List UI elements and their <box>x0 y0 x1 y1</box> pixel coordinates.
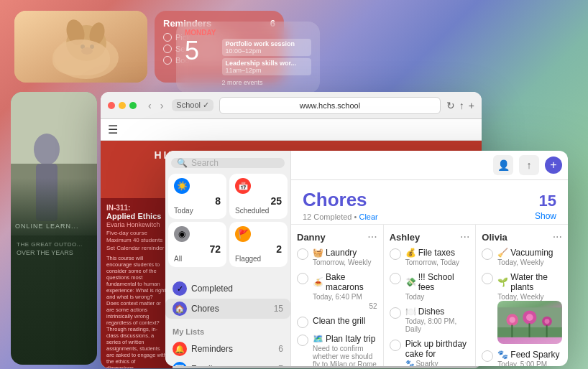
flagged-label: Flagged <box>235 255 282 263</box>
task-macarons: 🍝 Bake macarons Today, 6:40 PM 52 <box>297 272 377 310</box>
task-grill-checkbox[interactable] <box>297 317 308 328</box>
add-tab-button[interactable]: + <box>469 100 474 111</box>
task-vacuuming-checkbox[interactable] <box>482 248 493 260</box>
task-macarons-checkbox[interactable] <box>297 273 308 284</box>
smart-list-today[interactable]: ☀️ 8 Today <box>168 174 226 219</box>
share-browser-button[interactable]: ↑ <box>459 100 464 111</box>
reminders-toolbar: 👤 ↑ + <box>291 151 568 180</box>
course-details: Five-day course Maximum 40 students Set … <box>106 230 167 252</box>
task-laundry: 🧺 Laundry Tomorrow, Weekly <box>297 248 377 266</box>
task-birthday-cake: Pick up birthday cake for 🐾 Sparky <box>390 339 470 366</box>
all-label: All <box>174 255 221 263</box>
italy-emoji: 🗺️ <box>313 334 323 344</box>
reminders-app-window: 🔍 Search ☀️ 8 Today 📅 25 Scheduled ◉ 72 … <box>165 151 568 366</box>
vacuuming-emoji: 🧹 <box>497 248 508 258</box>
task-fees-checkbox[interactable] <box>390 273 401 284</box>
task-dishes-detail: Today, 8:00 PM, Daily <box>405 317 470 333</box>
add-task-button[interactable]: + <box>545 157 562 174</box>
forward-button[interactable]: › <box>157 98 167 113</box>
chores-count: 15 <box>274 304 283 314</box>
cal-event-2-title: Leadership skills wor... <box>226 60 308 67</box>
chores-title: Chores <box>303 189 367 211</box>
olivia-column-menu[interactable]: ··· <box>553 230 562 243</box>
tab-label: School ✓ <box>176 101 209 110</box>
task-taxes-checkbox[interactable] <box>390 248 401 260</box>
fees-emoji: 💸 <box>405 277 416 287</box>
task-sparky-content: 🐾 Feed Sparky Today, 5:00 PM, Daily <box>497 350 562 366</box>
calendar-widget: MONDAY 5 Portfolio work session 10:00–12… <box>176 22 320 93</box>
task-sparky-name: 🐾 Feed Sparky <box>497 350 562 360</box>
share-user-button[interactable]: 👤 <box>493 155 513 175</box>
task-plants-checkbox[interactable] <box>482 273 493 284</box>
task-laundry-checkbox[interactable] <box>297 248 308 260</box>
search-bar[interactable]: 🔍 Search <box>171 158 285 168</box>
cal-event-1-title: Portfolio work session <box>226 40 308 47</box>
smart-lists: ☀️ 8 Today 📅 25 Scheduled ◉ 72 All 🚩 2 F… <box>165 174 290 267</box>
dog-image <box>14 11 147 83</box>
flagged-icon: 🚩 <box>235 226 251 242</box>
smart-list-all[interactable]: ◉ 72 All <box>168 222 226 267</box>
minimize-button[interactable] <box>119 102 126 109</box>
laundry-emoji: 🧺 <box>313 248 323 258</box>
calendar-events: Portfolio work session 10:00–12pm Leader… <box>222 39 311 86</box>
dog-photo-widget <box>14 11 147 83</box>
chores-columns: Danny ··· 🧺 Laundry Tomorrow, Weekly <box>291 225 568 366</box>
svg-rect-0 <box>14 11 147 83</box>
svg-point-10 <box>34 134 60 165</box>
danny-column-menu[interactable]: ··· <box>367 230 377 243</box>
task-feed-sparky: 🐾 Feed Sparky Today, 5:00 PM, Daily <box>482 350 562 366</box>
chores-title-row: Chores 15 <box>303 189 556 211</box>
completed-label: Completed <box>191 284 283 294</box>
task-grill: Clean the grill <box>297 316 377 328</box>
task-grill-content: Clean the grill <box>313 316 377 326</box>
completed-list-item[interactable]: ✓ Completed <box>165 279 290 299</box>
task-sparky-detail: Today, 5:00 PM, Daily <box>497 360 562 366</box>
export-button[interactable]: ↑ <box>519 155 539 175</box>
chores-subtitle: 12 Completed • Clear <box>303 212 378 221</box>
hamburger-menu-icon[interactable]: ☰ <box>108 123 118 136</box>
list-item-family[interactable]: 👨‍👩‍👧 Family 7 <box>165 359 290 366</box>
reload-button[interactable]: ↻ <box>446 100 455 111</box>
course-instructor: Evaria Honkewitch <box>106 221 167 228</box>
tab-school[interactable]: School ✓ <box>172 99 213 111</box>
flowers-image <box>497 301 562 344</box>
fullscreen-button[interactable] <box>129 102 137 109</box>
scheduled-icon: 📅 <box>235 178 251 194</box>
url-bar[interactable]: www.hchs.school <box>219 97 441 114</box>
task-taxes-name: 💰 File taxes <box>405 248 470 258</box>
svg-rect-11 <box>36 164 58 221</box>
smart-list-scheduled[interactable]: 📅 25 Scheduled <box>229 174 288 219</box>
task-dishes-checkbox[interactable] <box>390 307 401 319</box>
task-sparky-checkbox[interactable] <box>482 350 493 362</box>
ashley-column-header: Ashley ··· <box>390 230 470 243</box>
macarons-emoji: 🍝 <box>313 277 323 287</box>
outdoor-subtitle: OVER THE YEARS <box>17 249 91 256</box>
ashley-column-menu[interactable]: ··· <box>460 230 469 243</box>
list-item-reminders[interactable]: 🔔 Reminders 6 <box>165 339 290 359</box>
chores-list-item[interactable]: 🏠 Chores 15 <box>165 299 290 319</box>
clear-button[interactable]: Clear <box>359 212 377 221</box>
task-taxes-detail: Tomorrow, Today <box>405 258 470 266</box>
back-button[interactable]: ‹ <box>145 98 155 113</box>
task-macarons-charcount: 52 <box>313 302 377 310</box>
sparky-emoji: 🐾 <box>497 350 508 360</box>
online-learn-label: ONLINE LEARN... <box>15 223 93 230</box>
task-italy-checkbox[interactable] <box>297 335 308 346</box>
task-school-fees: 💸 !!! School fees Today <box>390 272 470 301</box>
cal-event-2-time: 11am–12pm <box>226 67 308 74</box>
task-vacuuming-content: 🧹 Vacuuming Today, Weekly <box>497 248 562 266</box>
olivia-column-name: Olivia <box>482 232 507 243</box>
outdoor-title-label: THE GREAT OUTDO... <box>17 241 91 248</box>
smart-list-flagged[interactable]: 🚩 2 Flagged <box>229 222 288 267</box>
ashley-column-name: Ashley <box>390 232 421 243</box>
scheduled-label: Scheduled <box>235 207 282 215</box>
svg-rect-39 <box>546 325 548 337</box>
today-icon: ☀️ <box>174 178 190 194</box>
close-button[interactable] <box>108 102 115 109</box>
task-italy-detail: Need to confirm whether we should fly to… <box>313 345 377 366</box>
task-cake-name: Pick up birthday cake for <box>405 339 470 359</box>
top-widgets-area: Reminders 6 Pick up arts & cr... Send co… <box>14 11 284 83</box>
task-italy-name: 🗺️ Plan Italy trip <box>313 334 377 344</box>
show-button[interactable]: Show <box>535 211 556 221</box>
task-cake-checkbox[interactable] <box>390 340 401 351</box>
